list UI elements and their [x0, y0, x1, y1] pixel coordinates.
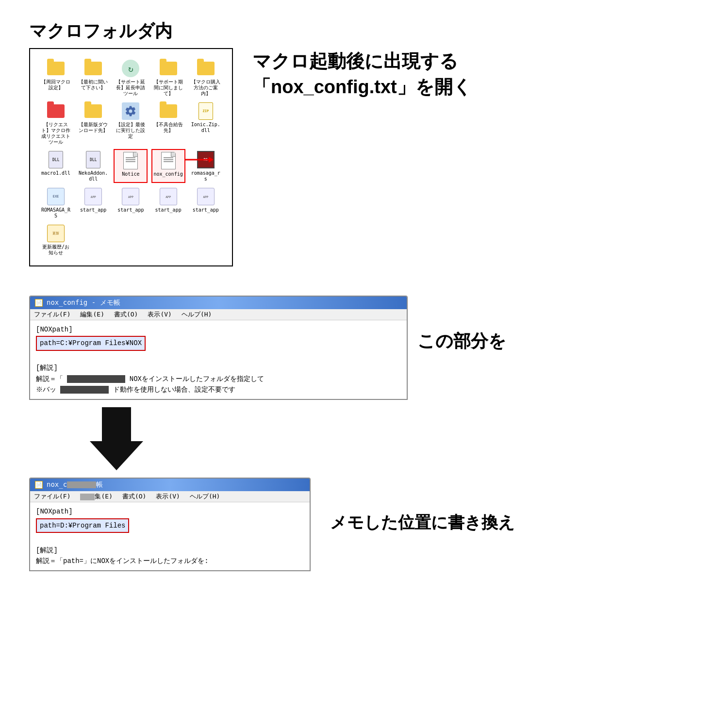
bottom-section: 📄 nox_config - メモ帳 ファイル(F) 編集(E) 書式(O) 表…	[29, 296, 699, 571]
explanation-header-2: [解説]	[36, 545, 304, 556]
nox-config-file[interactable]: nox_config	[151, 149, 185, 183]
nox-path-header-2: [NOXpath]	[36, 506, 304, 517]
notepad-second-section: 📄 nox_c帳 ファイル(F) 集(E) 書式(O) 表示(V) ヘルプ(H)…	[29, 478, 699, 571]
list-item[interactable]: ↻ 【サポート延長】延長申請ツール	[114, 58, 148, 98]
list-item[interactable]: 【設定】最後に実行した設定	[114, 100, 148, 146]
notepad-menubar-1: ファイル(F) 編集(E) 書式(O) 表示(V) ヘルプ(H)	[30, 309, 407, 320]
list-item[interactable]: 【最新版ダウンロード先】	[76, 100, 110, 146]
rewrite-label: メモした位置に書き換え	[330, 478, 515, 534]
app-icon: APP	[83, 187, 103, 206]
notepad-window-1: 📄 nox_config - メモ帳 ファイル(F) 編集(E) 書式(O) 表…	[29, 296, 408, 400]
refresh-icon: ↻	[121, 59, 140, 78]
list-item[interactable]: APP start_app	[114, 186, 148, 220]
list-item[interactable]: 【リクエスト】マクロ作成リクエストツール	[39, 100, 73, 146]
notepad-content-1: [NOXpath] path=C:¥Program Files¥NOX [解説]…	[30, 320, 407, 399]
list-item[interactable]: DLL NekoAddon.dll	[76, 149, 110, 183]
notepad-titlebar-2: 📄 nox_c帳	[30, 479, 310, 491]
arrow-body	[102, 407, 131, 441]
list-item[interactable]: APP start_app	[151, 186, 185, 220]
path-value-2: path=D:¥Program Files	[36, 518, 129, 533]
zip-icon: ZIP	[196, 101, 215, 121]
folder-icon	[83, 101, 103, 121]
notice-file[interactable]: Notice	[114, 149, 148, 183]
this-part-label: この部分を	[417, 296, 506, 353]
menu-edit-blurred[interactable]: 集(E)	[80, 492, 112, 501]
menu-help[interactable]: ヘルプ(H)	[182, 310, 212, 319]
notepad-icon-2: 📄	[35, 481, 43, 489]
folder-icon	[196, 59, 215, 78]
list-item[interactable]: 【マクロ購入方法のご案内】	[189, 58, 223, 98]
folder-icon	[46, 59, 66, 78]
notepad-window-2: 📄 nox_c帳 ファイル(F) 集(E) 書式(O) 表示(V) ヘルプ(H)…	[29, 478, 311, 571]
menu-view-2[interactable]: 表示(V)	[156, 492, 180, 501]
main-label: マクロ起動後に出現する 「nox_config.txt」を開く	[252, 49, 699, 100]
txt-icon	[121, 151, 140, 170]
app-icon: APP	[196, 187, 215, 206]
notepad-title-1: nox_config - メモ帳	[47, 298, 120, 307]
dll-icon: DLL	[46, 150, 66, 169]
list-item[interactable]: 【サポート期間に関しまして】	[151, 58, 185, 98]
red-folder-icon	[46, 101, 66, 121]
list-item[interactable]: EXE ROMASAGA_RS	[39, 186, 73, 220]
notepad-menubar-2: ファイル(F) 集(E) 書式(O) 表示(V) ヘルプ(H)	[30, 491, 310, 502]
folder-title: マクロフォルダ内	[29, 19, 233, 43]
list-item[interactable]: APP start_app	[76, 186, 110, 220]
app-icon: APP	[159, 187, 178, 206]
menu-format-2[interactable]: 書式(O)	[122, 492, 146, 501]
gear-icon	[121, 101, 140, 121]
notepad-title-2: nox_c帳	[47, 480, 103, 489]
svg-marker-1	[209, 157, 214, 163]
explanation-line-3: 解説＝「path=」にNOXをインストールしたフォルダを:	[36, 556, 304, 566]
path-line-highlighted: path=C:¥Program Files¥NOX	[36, 335, 401, 351]
menu-help-2[interactable]: ヘルプ(H)	[190, 492, 220, 501]
nox-path-header: [NOXpath]	[36, 324, 401, 335]
menu-view[interactable]: 表示(V)	[148, 310, 171, 319]
update-icon: 更新	[46, 224, 66, 243]
list-item[interactable]: 【不具合給告先】	[151, 100, 185, 146]
menu-format[interactable]: 書式(O)	[114, 310, 138, 319]
list-item[interactable]: 【最初に聞いて下さい】	[76, 58, 110, 98]
dll-icon: DLL	[83, 150, 103, 169]
folder-grid: 【周回マクロ設定】 【最初に聞いて下さい】 ↻ 【サポート延長】延長申請ツール	[35, 54, 227, 261]
list-item[interactable]: RS romasaga_rs	[189, 149, 223, 183]
notepad-icon: 📄	[35, 299, 43, 307]
folder-box: マクロフォルダ内 【周回マクロ設定】 【最初に聞いて下さい】	[29, 19, 233, 266]
app-icon: APP	[121, 187, 140, 206]
txt-icon	[159, 151, 178, 170]
notepad-first-section: 📄 nox_config - メモ帳 ファイル(F) 編集(E) 書式(O) 表…	[29, 296, 699, 400]
list-item[interactable]: APP start_app	[189, 186, 223, 220]
list-item[interactable]: 【周回マクロ設定】	[39, 58, 73, 98]
folder-icon	[83, 59, 103, 78]
arrow-icon	[184, 155, 214, 165]
folder-icon	[159, 101, 178, 121]
right-description: マクロ起動後に出現する 「nox_config.txt」を開く	[252, 19, 699, 100]
arrow-head	[90, 441, 143, 470]
list-item[interactable]: ZIP Ionic.Zip.dll	[189, 100, 223, 146]
menu-edit[interactable]: 編集(E)	[80, 310, 104, 319]
top-section: マクロフォルダ内 【周回マクロ設定】 【最初に聞いて下さい】	[29, 19, 699, 266]
menu-file[interactable]: ファイル(F)	[34, 310, 70, 319]
path-line-highlighted-2: path=D:¥Program Files	[36, 517, 304, 534]
explanation-line-2: ※バッ ド動作を使用しない場合、設定不要です	[36, 384, 401, 395]
explanation-line-1: 解説＝「 NOXをインストールしたフォルダを指定して	[36, 374, 401, 384]
list-item[interactable]: 更新 更新履歴/お知らせ	[39, 223, 73, 257]
notepad-titlebar-1: 📄 nox_config - メモ帳	[30, 297, 407, 309]
menu-file-2[interactable]: ファイル(F)	[34, 492, 70, 501]
down-arrow	[92, 407, 141, 470]
exe-icon: EXE	[46, 187, 66, 206]
notepad-content-2: [NOXpath] path=D:¥Program Files [解説] 解説＝…	[30, 502, 310, 570]
path-value-1: path=C:¥Program Files¥NOX	[36, 336, 146, 350]
down-arrow-container	[29, 407, 699, 470]
list-item[interactable]: DLL macro1.dll	[39, 149, 73, 183]
folder-contents: 【周回マクロ設定】 【最初に聞いて下さい】 ↻ 【サポート延長】延長申請ツール	[29, 48, 233, 266]
folder-icon	[159, 59, 178, 78]
explanation-header: [解説]	[36, 363, 401, 373]
